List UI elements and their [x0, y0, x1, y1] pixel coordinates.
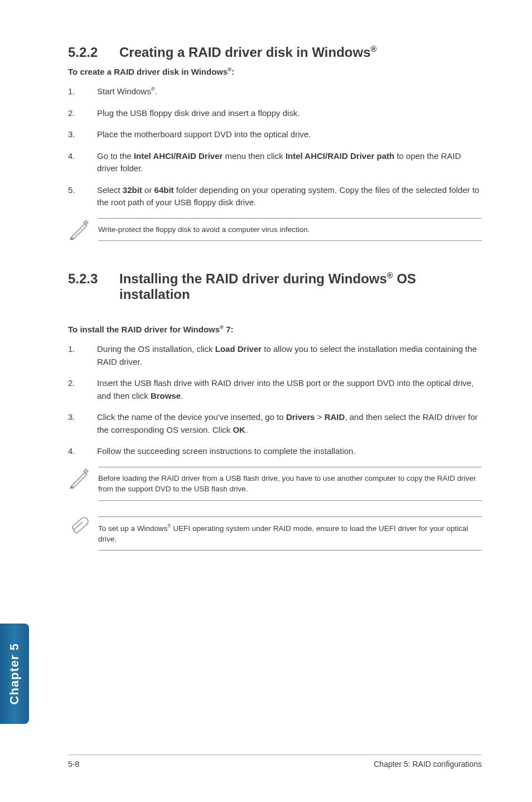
- list-item: 1. During the OS installation, click Loa…: [68, 343, 482, 368]
- list-text-html: Click the name of the device you've inse…: [97, 411, 482, 436]
- list-item: 4. Go to the Intel AHCI/RAID Driver menu…: [68, 150, 482, 175]
- pencil-icon: [68, 467, 98, 489]
- list-item: 2. Insert the USB flash drive with RAID …: [68, 377, 482, 402]
- list-text-html: Insert the USB flash drive with RAID dri…: [97, 377, 482, 402]
- note-block: Before loading the RAID driver from a US…: [68, 467, 482, 501]
- chapter-side-tab: Chapter 5: [0, 624, 29, 724]
- section-number: 5.2.3: [68, 271, 119, 287]
- intro-line-522: To create a RAID driver disk in Windows®…: [68, 67, 482, 76]
- paperclip-icon: [68, 516, 98, 539]
- list-text-html: During the OS installation, click Load D…: [97, 343, 482, 368]
- note-block: To set up a Windows® UEFI operating syst…: [68, 516, 482, 551]
- chapter-label: Chapter 5: RAID configurations: [374, 760, 482, 769]
- list-item: 4. Follow the succeeding screen instruct…: [68, 445, 482, 458]
- page-footer: 5-8 Chapter 5: RAID configurations: [68, 755, 482, 769]
- section-heading-522: 5.2.2 Creating a RAID driver disk in Win…: [68, 45, 482, 60]
- section-title: Installing the RAID driver during Window…: [119, 271, 482, 302]
- list-item: 5. Select 32bit or 64bit folder dependin…: [68, 184, 482, 209]
- section-title: Creating a RAID driver disk in Windows®: [119, 45, 377, 60]
- section-heading-523: 5.2.3 Installing the RAID driver during …: [68, 271, 482, 302]
- list-text-html: Go to the Intel AHCI/RAID Driver menu th…: [97, 150, 482, 175]
- list-item: 3. Click the name of the device you've i…: [68, 411, 482, 436]
- page-number: 5-8: [68, 760, 79, 769]
- intro-line-523: To install the RAID driver for Windows® …: [68, 325, 482, 334]
- list-text-html: Select 32bit or 64bit folder depending o…: [97, 184, 482, 209]
- list-item: 3. Place the motherboard support DVD int…: [68, 128, 482, 141]
- list-item: 2. Plug the USB floppy disk drive and in…: [68, 107, 482, 120]
- pencil-icon: [68, 218, 98, 240]
- note-block: Write-protect the floppy disk to avoid a…: [68, 218, 482, 241]
- list-item: 1. Start Windows®.: [68, 85, 482, 98]
- section-number: 5.2.2: [68, 45, 119, 60]
